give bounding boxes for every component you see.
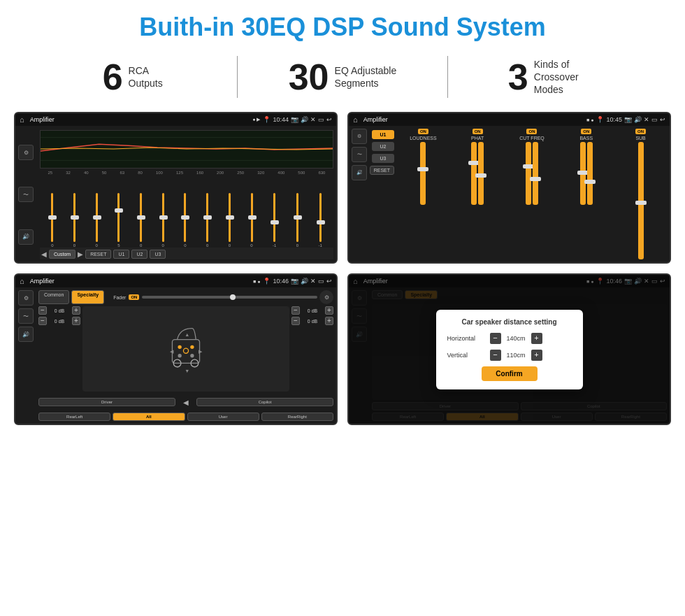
speaker-left-panel: − 0 dB + − 0 dB +	[38, 306, 80, 392]
speaker-common-tab[interactable]: Common	[38, 290, 69, 304]
speaker-back-icon: ↩	[326, 278, 332, 285]
svg-point-8	[178, 354, 181, 357]
cutfreq-label: CUT FREQ	[519, 136, 545, 141]
speaker-volume-icon: 🔊	[301, 278, 308, 285]
home-icon[interactable]: ⌂	[20, 115, 24, 124]
eq-slider-3: 0	[96, 193, 98, 248]
eq-reset-btn[interactable]: RESET	[85, 250, 111, 259]
svg-point-7	[190, 345, 194, 349]
eq-u1-btn[interactable]: U1	[113, 250, 129, 259]
stat-divider-1	[237, 56, 238, 98]
camera-icon: 📷	[291, 116, 298, 123]
speaker-footer: Driver ◀ Copilot	[38, 394, 333, 410]
eq-status-bar: ⌂ Amplifier ● ▶ 📍 10:44 📷 🔊 ✕ ▭ ↩	[15, 113, 336, 126]
crossover-u3-btn[interactable]: U3	[372, 154, 394, 163]
vol-minus-3[interactable]: −	[291, 306, 300, 315]
close-icon: ✕	[310, 116, 316, 123]
eq-screen-container: ⌂ Amplifier ● ▶ 📍 10:44 📷 🔊 ✕ ▭ ↩ ⚙ 〜 🔊	[14, 112, 338, 264]
eq-sidebar-filter-btn[interactable]: ⚙	[18, 145, 34, 160]
page-title: Buith-in 30EQ DSP Sound System	[0, 0, 685, 49]
speaker-specialty-tab[interactable]: Specialty	[71, 290, 104, 304]
crossover-location-icon: 📍	[596, 116, 604, 123]
speaker-footer-2: RearLeft All User RearRight	[38, 413, 333, 421]
eq-sidebar-speaker-btn[interactable]: 🔊	[18, 229, 34, 245]
stat-rca: 6 RCAOutputs	[42, 59, 223, 95]
cutfreq-on-badge: ON	[526, 129, 537, 134]
vol-row-1: − 0 dB +	[38, 306, 80, 315]
stat-eq-label: EQ AdjustableSegments	[335, 64, 397, 89]
rearleft-btn[interactable]: RearLeft	[38, 413, 110, 421]
dialog-box: Car speaker distance setting Horizontal …	[436, 310, 583, 389]
dialog-horizontal-row: Horizontal − 140cm +	[447, 333, 572, 344]
crossover-u2-btn[interactable]: U2	[372, 142, 394, 151]
dialog-vertical-label: Vertical	[447, 352, 486, 359]
speaker-tab-row: Common Specialty Fader ON ⚙	[38, 290, 333, 304]
vol-plus-3[interactable]: +	[325, 306, 333, 315]
window-icon: ▭	[318, 116, 324, 123]
eq-play-icon[interactable]: ▶	[78, 250, 83, 258]
stat-divider-2	[447, 56, 448, 98]
spk-spk-btn[interactable]: 🔊	[18, 327, 34, 342]
copilot-btn[interactable]: Copilot	[196, 398, 333, 406]
vol-plus-2[interactable]: +	[72, 317, 80, 325]
svg-text:▶: ▶	[199, 349, 203, 354]
vol-plus-4[interactable]: +	[325, 317, 333, 325]
settings-round-btn[interactable]: ⚙	[319, 290, 333, 304]
dialog-title: Car speaker distance setting	[447, 318, 572, 326]
bass-label: BASS	[579, 136, 593, 141]
crossover-status-icons: 📍 10:45 📷 🔊 ✕ ▭ ↩	[596, 116, 665, 123]
vol-row-2: − 0 dB +	[38, 317, 80, 325]
crossover-filter-btn[interactable]: ⚙	[352, 129, 367, 144]
eq-custom-btn[interactable]: Custom	[49, 250, 75, 259]
stat-eq: 30 EQ AdjustableSegments	[252, 59, 433, 95]
dialog-vertical-minus[interactable]: −	[490, 350, 501, 361]
sub-on-badge: ON	[635, 129, 646, 134]
crossover-main: U1 U2 U3 RESET ON LOUDNESS	[372, 129, 667, 259]
vol-row-4: − 0 dB +	[291, 317, 333, 325]
speaker-right-panel: − 0 dB + − 0 dB +	[291, 306, 333, 392]
vol-minus-4[interactable]: −	[291, 317, 300, 325]
speaker-screen: ⚙ 〜 🔊 Common Specialty Fader ON ⚙	[15, 287, 336, 424]
dialog-vertical-plus[interactable]: +	[531, 350, 542, 361]
eq-screen: ⚙ 〜 🔊	[15, 126, 336, 262]
eq-slider-13: -1	[318, 193, 322, 248]
speaker-home-icon[interactable]: ⌂	[20, 277, 24, 285]
stats-row: 6 RCAOutputs 30 EQ AdjustableSegments 3 …	[0, 49, 685, 108]
all-btn[interactable]: All	[113, 413, 185, 421]
rearright-btn[interactable]: RearRight	[261, 413, 333, 421]
vol-plus-1[interactable]: +	[72, 306, 80, 315]
driver-btn[interactable]: Driver	[38, 398, 175, 406]
eq-bottom-bar: ◀ Custom ▶ RESET U1 U2 U3	[40, 248, 333, 259]
crossover-wave-btn[interactable]: 〜	[352, 147, 367, 162]
crossover-sub: ON SUB	[614, 129, 667, 259]
eq-sidebar-wave-btn[interactable]: 〜	[18, 187, 34, 202]
user-btn[interactable]: User	[187, 413, 259, 421]
fader-track[interactable]	[142, 296, 317, 299]
crossover-spk-btn[interactable]: 🔊	[352, 165, 367, 180]
stat-rca-label: RCAOutputs	[129, 64, 163, 89]
crossover-sidebar: ⚙ 〜 🔊	[352, 129, 370, 259]
dialog-horizontal-minus[interactable]: −	[490, 333, 501, 344]
eq-slider-2: 0	[73, 193, 75, 248]
dialog-vertical-row: Vertical − 110cm +	[447, 350, 572, 361]
eq-u2-btn[interactable]: U2	[131, 250, 147, 259]
confirm-button[interactable]: Confirm	[482, 366, 538, 381]
eq-prev-icon[interactable]: ◀	[41, 250, 47, 258]
fader-row: Fader ON	[113, 290, 317, 304]
crossover-home-icon[interactable]: ⌂	[353, 115, 358, 124]
eq-slider-4: 5	[117, 193, 120, 248]
vol-minus-2[interactable]: −	[38, 317, 47, 325]
vol-minus-1[interactable]: −	[38, 306, 47, 315]
crossover-u1-btn[interactable]: U1	[372, 130, 394, 139]
spk-filter-btn[interactable]: ⚙	[18, 290, 34, 306]
crossover-reset-btn[interactable]: RESET	[370, 166, 394, 175]
crossover-phat: ON PHAT	[452, 129, 504, 259]
spk-wave-btn[interactable]: 〜	[18, 308, 34, 324]
dialog-horizontal-plus[interactable]: +	[531, 333, 542, 344]
eq-u3-btn[interactable]: U3	[150, 250, 166, 259]
eq-time: 10:44	[273, 116, 289, 123]
dialog-horizontal-label: Horizontal	[447, 335, 486, 342]
eq-freq-labels: 2532 4050 6380 100125 160200 250320 4005…	[40, 171, 333, 175]
speaker-window-icon: ▭	[318, 278, 324, 285]
eq-slider-5: 0	[140, 193, 142, 248]
